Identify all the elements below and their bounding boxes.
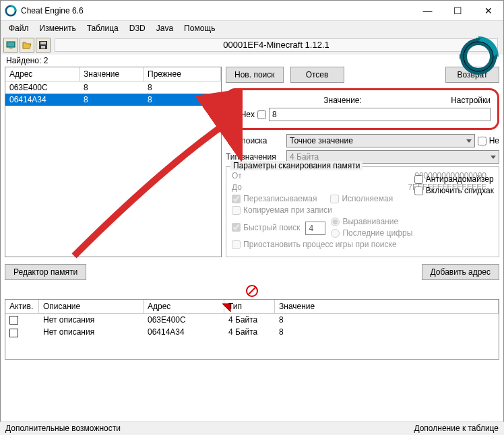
table-extras-link[interactable]: Дополнение к таблице — [414, 424, 499, 434]
cow-checkbox — [232, 206, 241, 215]
to-label: До — [232, 182, 245, 192]
value-label: Значение: — [234, 96, 451, 105]
speedhack-checkbox[interactable] — [414, 187, 423, 195]
result-row[interactable]: 06414A34 8 8 — [5, 94, 221, 106]
svg-rect-1 — [7, 42, 15, 47]
svg-line-9 — [248, 287, 256, 295]
found-label: Найдено: 2 — [1, 55, 503, 67]
result-row[interactable]: 063E400C 8 8 — [5, 81, 221, 94]
menu-help[interactable]: Помощь — [179, 22, 220, 34]
folder-open-icon — [22, 40, 32, 51]
from-label: От — [232, 171, 245, 180]
address-table[interactable]: Актив. Описание Адрес Тип Значение Нет о… — [5, 299, 499, 360]
th-value[interactable]: Значение — [275, 300, 499, 313]
not-checkbox[interactable] — [478, 137, 486, 145]
status-bar: Дополнительные возможности Дополнение к … — [0, 422, 504, 435]
minimize-button[interactable]: — — [412, 1, 443, 20]
menu-java[interactable]: Java — [151, 22, 179, 34]
last-digits-radio — [331, 229, 340, 238]
save-button[interactable] — [36, 38, 51, 53]
scan-value-input[interactable] — [269, 108, 491, 121]
add-address-button[interactable]: Добавить адрес — [422, 264, 499, 280]
header-previous[interactable]: Прежнее — [144, 67, 221, 81]
new-scan-button[interactable]: Нов. поиск — [226, 67, 284, 83]
svg-rect-5 — [41, 46, 45, 48]
alignment-radio — [331, 218, 340, 226]
no-entry-icon — [245, 284, 259, 298]
th-address[interactable]: Адрес — [144, 300, 224, 313]
titlebar: Cheat Engine 6.6 — ☐ ✕ — [1, 1, 503, 21]
maximize-button[interactable]: ☐ — [443, 1, 473, 20]
menu-file[interactable]: Файл — [3, 22, 34, 34]
address-row[interactable]: Нет описания 06414A34 4 Байта 8 — [5, 326, 499, 338]
svg-rect-2 — [9, 47, 13, 48]
fast-scan-checkbox — [232, 223, 241, 232]
writable-checkbox — [232, 195, 241, 203]
svg-rect-4 — [40, 42, 46, 44]
results-header: Адрес Значение Прежнее — [5, 67, 221, 81]
anti-randomizer-checkbox[interactable] — [414, 175, 423, 184]
settings-link[interactable]: Настройки — [451, 96, 491, 105]
scan-type-label: Тип поиска — [226, 136, 284, 145]
th-active[interactable]: Актив. — [5, 300, 39, 313]
memory-view-button[interactable]: Редактор памяти — [5, 264, 86, 280]
cheat-engine-logo — [458, 36, 499, 77]
svg-point-7 — [464, 42, 493, 71]
open-process-button[interactable] — [3, 38, 18, 53]
computer-icon — [5, 40, 16, 51]
next-scan-button[interactable]: Отсев — [290, 67, 344, 83]
hex-label: Hex — [234, 110, 255, 119]
menubar: Файл Изменить Таблица D3D Java Помощь — [1, 21, 503, 36]
toolbar: 00001EF4-Minecraft 1.12.1 — [1, 36, 503, 55]
pause-checkbox — [232, 240, 241, 249]
app-icon — [5, 5, 17, 17]
menu-d3d[interactable]: D3D — [124, 22, 151, 34]
menu-table[interactable]: Таблица — [82, 22, 124, 34]
address-row[interactable]: Нет описания 063E400C 4 Байта 8 — [5, 314, 499, 326]
scan-type-combo[interactable]: Точное значение — [286, 134, 475, 147]
scan-params-title: Параметры сканирования памяти — [230, 161, 363, 170]
active-checkbox[interactable] — [9, 316, 18, 325]
value-box-highlight: Значение: Настройки Hex — [226, 88, 499, 130]
not-label: Не — [489, 136, 499, 145]
fast-scan-value — [305, 222, 325, 235]
process-title: 00001EF4-Minecraft 1.12.1 — [55, 38, 498, 52]
advanced-options-link[interactable]: Дополнительные возможности — [5, 424, 121, 434]
add-to-list-icon[interactable] — [221, 302, 232, 313]
value-type-label: Тип значения — [226, 152, 284, 162]
window-title: Cheat Engine 6.6 — [21, 6, 412, 15]
open-file-button[interactable] — [20, 38, 34, 53]
hex-checkbox[interactable] — [257, 110, 266, 119]
header-address[interactable]: Адрес — [5, 67, 80, 81]
scan-results-list[interactable]: Адрес Значение Прежнее 063E400C 8 8 0641… — [5, 67, 222, 257]
floppy-icon — [38, 40, 49, 51]
menu-edit[interactable]: Изменить — [34, 22, 82, 34]
header-value[interactable]: Значение — [80, 67, 144, 81]
close-button[interactable]: ✕ — [473, 1, 503, 20]
th-description[interactable]: Описание — [39, 300, 144, 313]
active-checkbox[interactable] — [9, 329, 18, 337]
executable-checkbox — [330, 195, 339, 203]
th-type[interactable]: Тип — [224, 300, 275, 313]
